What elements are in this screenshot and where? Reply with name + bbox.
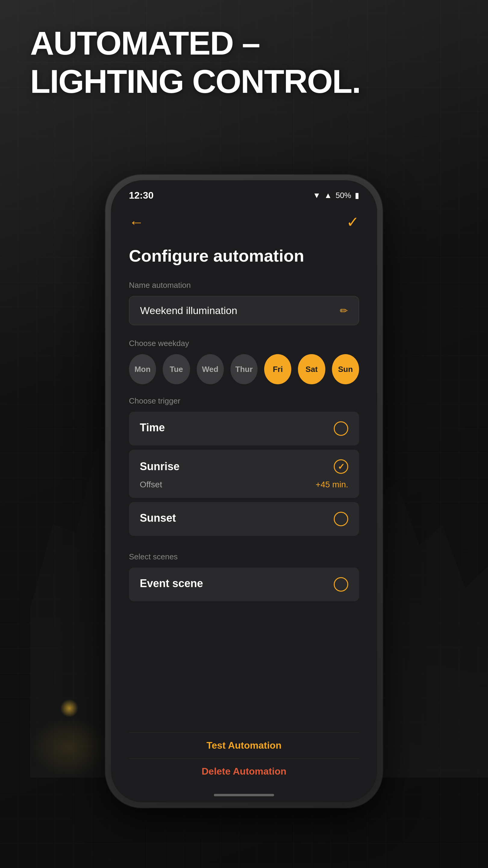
weekday-section: Choose weekday Mon Tue Wed Thur Fri Sat … (129, 339, 359, 384)
day-wed[interactable]: Wed (197, 354, 224, 384)
day-fri[interactable]: Fri (264, 354, 291, 384)
trigger-sunrise[interactable]: Sunrise Offset +45 min. (129, 450, 359, 498)
status-icons: ▼ ▲ 50% ▮ (313, 191, 359, 200)
offset-value: +45 min. (316, 480, 348, 490)
weekday-row: Mon Tue Wed Thur Fri Sat Sun (129, 354, 359, 384)
headline-line2: LIGHTING CONTROL. (30, 62, 458, 101)
trigger-sunset-radio[interactable] (334, 512, 348, 526)
day-tue[interactable]: Tue (163, 354, 190, 384)
delete-automation-button[interactable]: Delete Automation (129, 758, 359, 784)
test-automation-button[interactable]: Test Automation (129, 733, 359, 758)
trigger-sunrise-label: Sunrise (140, 460, 180, 473)
trigger-label: Choose trigger (129, 396, 359, 406)
signal-icon: ▲ (324, 191, 332, 200)
wifi-icon: ▼ (313, 191, 321, 200)
day-sun[interactable]: Sun (332, 354, 359, 384)
street-light-effect (60, 699, 78, 717)
automation-name: Weekend illumination (140, 305, 237, 316)
trigger-section: Choose trigger Time Sunrise Offset (129, 396, 359, 540)
day-thur[interactable]: Thur (230, 354, 258, 384)
back-button[interactable]: ← (129, 213, 144, 231)
headline-line1: AUTOMATED – (30, 24, 458, 62)
trigger-sunrise-radio[interactable] (334, 459, 348, 474)
screen-content: ← ✓ Configure automation Name automation… (111, 204, 377, 802)
name-section-label: Name automation (129, 281, 359, 290)
action-buttons: Test Automation Delete Automation (129, 726, 359, 784)
trigger-sunset-label: Sunset (140, 512, 176, 524)
offset-label: Offset (140, 480, 162, 490)
offset-row: Offset +45 min. (140, 480, 348, 490)
edit-name-icon[interactable]: ✏ (340, 305, 348, 316)
scene-section: Select scenes Event scene (129, 552, 359, 606)
headline: AUTOMATED – LIGHTING CONTROL. (30, 24, 458, 100)
trigger-time-label: Time (140, 421, 165, 434)
trigger-time[interactable]: Time (129, 412, 359, 445)
battery-icon: ▮ (355, 191, 359, 200)
page-title: Configure automation (129, 246, 359, 266)
confirm-button[interactable]: ✓ (347, 213, 359, 231)
day-mon[interactable]: Mon (129, 354, 156, 384)
day-sat[interactable]: Sat (298, 354, 325, 384)
phone-wrapper: 12:30 ▼ ▲ 50% ▮ ← ✓ Configure automation (105, 175, 383, 808)
home-indicator (214, 794, 274, 796)
phone-screen: 12:30 ▼ ▲ 50% ▮ ← ✓ Configure automation (111, 180, 377, 802)
top-nav: ← ✓ (129, 213, 359, 231)
status-time: 12:30 (129, 190, 154, 201)
trigger-time-radio[interactable] (334, 421, 348, 436)
scene-event-radio[interactable] (334, 577, 348, 592)
scene-event[interactable]: Event scene (129, 567, 359, 601)
status-bar: 12:30 ▼ ▲ 50% ▮ (111, 180, 377, 204)
name-field[interactable]: Weekend illumination ✏ (129, 296, 359, 325)
phone-outer: 12:30 ▼ ▲ 50% ▮ ← ✓ Configure automation (105, 175, 383, 808)
trigger-sunset[interactable]: Sunset (129, 502, 359, 536)
scene-label: Select scenes (129, 552, 359, 561)
battery-percent: 50% (335, 191, 351, 200)
weekday-label: Choose weekday (129, 339, 359, 348)
scene-event-label: Event scene (140, 577, 203, 590)
trigger-sunrise-header: Sunrise (140, 459, 348, 474)
